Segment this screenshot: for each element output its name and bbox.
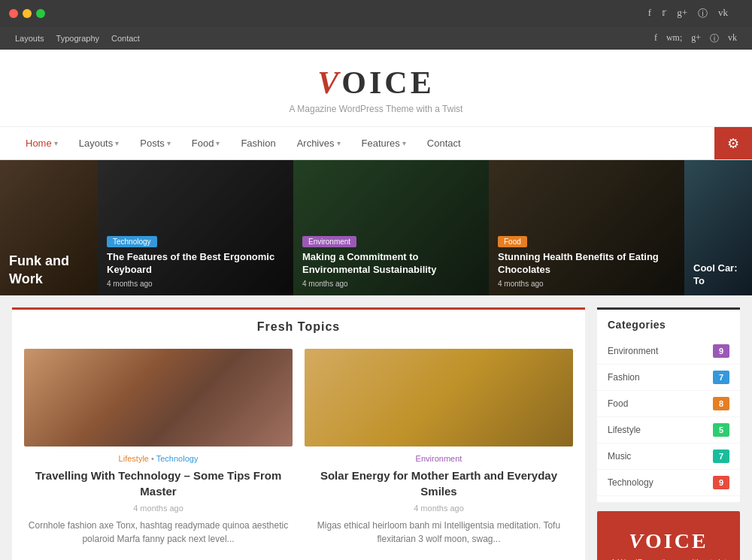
food-arrow-icon: ▾ — [216, 139, 220, 147]
category-technology-name: Technology — [608, 477, 653, 488]
slide-4[interactable]: Food Stunning Health Benefits of Eating … — [489, 160, 684, 295]
home-arrow-icon: ▾ — [54, 139, 58, 147]
dot-red[interactable] — [9, 9, 18, 18]
top-layouts-link[interactable]: Layouts — [15, 34, 44, 43]
archives-arrow-icon: ▾ — [337, 139, 341, 147]
article-1-date: 4 months ago — [24, 504, 293, 513]
twitter-icon[interactable]: 𝕣 — [662, 7, 666, 20]
nav-food[interactable]: Food ▾ — [181, 127, 231, 160]
articles-grid: Lifestyle • Technology Travelling With T… — [12, 343, 585, 558]
site-title: VOICE — [0, 65, 752, 101]
category-environment-name: Environment — [608, 346, 658, 356]
category-list: Environment 9 Fashion 7 Food 8 Lifestyle… — [597, 338, 740, 502]
brand-v: V — [629, 529, 645, 552]
layouts-arrow-icon: ▾ — [115, 139, 119, 147]
nav-posts[interactable]: Posts ▾ — [129, 127, 181, 160]
category-food-name: Food — [608, 398, 628, 409]
ig-top-icon[interactable]: ⓘ — [710, 32, 719, 45]
cat-environment-link[interactable]: Environment — [416, 454, 462, 463]
slide-5[interactable]: Cool Car: To — [684, 160, 752, 295]
slide-2-title: The Features of the Best Ergonomic Keybo… — [107, 251, 284, 277]
article-card-2: Environment Solar Energy for Mother Eart… — [305, 349, 573, 546]
nav-home[interactable]: Home ▾ — [15, 127, 68, 160]
voice-brand-widget: VOICE A WordPress theme with a twist — [597, 511, 740, 560]
article-1-cats: Lifestyle • Technology — [24, 454, 293, 463]
browser-chrome: f 𝕣 g+ ⓘ vk — [0, 0, 752, 27]
category-fashion-count: 7 — [713, 371, 729, 384]
slide-1[interactable]: Funk and Work — [0, 160, 98, 295]
category-environment-count: 9 — [713, 344, 729, 358]
article-thumb-1[interactable] — [24, 349, 293, 446]
slide-3-badge: Environment — [302, 236, 356, 247]
category-fashion[interactable]: Fashion 7 — [597, 365, 740, 391]
slide-4-badge: Food — [498, 236, 527, 247]
slide-1-title: Funk and Work — [9, 253, 89, 288]
article-thumb-2[interactable] — [305, 349, 573, 446]
gplus-icon[interactable]: g+ — [677, 7, 687, 20]
slide-2[interactable]: Technology The Features of the Best Ergo… — [98, 160, 293, 295]
nav-features[interactable]: Features ▾ — [351, 127, 417, 160]
dot-green[interactable] — [36, 9, 45, 18]
article-1-title[interactable]: Travelling With Technology – Some Tips F… — [24, 468, 293, 499]
top-bar: Layouts Typography Contact f wm; g+ ⓘ vk — [0, 27, 752, 50]
gp-top-icon[interactable]: g+ — [691, 32, 701, 45]
tw-top-icon[interactable]: wm; — [666, 32, 682, 45]
fb-icon[interactable]: f — [648, 7, 651, 20]
posts-arrow-icon: ▾ — [167, 139, 171, 147]
hero-slider: Funk and Work Technology The Features of… — [0, 160, 752, 295]
nav-layouts[interactable]: Layouts ▾ — [68, 127, 130, 160]
categories-widget: Categories Environment 9 Fashion 7 Food … — [597, 307, 740, 502]
article-2-excerpt: Migas ethical heirloom banh mi Intellige… — [305, 519, 573, 546]
category-environment[interactable]: Environment 9 — [597, 338, 740, 365]
features-arrow-icon: ▾ — [402, 139, 406, 147]
nav-fashion[interactable]: Fashion — [230, 127, 286, 160]
article-card-1: Lifestyle • Technology Travelling With T… — [24, 349, 293, 546]
category-music-count: 7 — [713, 450, 729, 463]
top-contact-link[interactable]: Contact — [111, 34, 140, 43]
top-bar-social: f wm; g+ ⓘ vk — [654, 32, 737, 45]
nav-items: Home ▾ Layouts ▾ Posts ▾ Food ▾ Fashion … — [15, 127, 737, 160]
article-2-title[interactable]: Solar Energy for Mother Earth and Everyd… — [305, 468, 573, 499]
vk-top-icon[interactable]: vk — [728, 32, 737, 45]
dot-yellow[interactable] — [23, 9, 32, 18]
settings-gear-icon[interactable]: ⚙ — [714, 127, 752, 159]
category-lifestyle[interactable]: Lifestyle 5 — [597, 417, 740, 443]
category-music[interactable]: Music 7 — [597, 443, 740, 470]
main-nav: Home ▾ Layouts ▾ Posts ▾ Food ▾ Fashion … — [0, 127, 752, 160]
brand-rest: OICE — [645, 529, 708, 552]
article-2-cats: Environment — [305, 454, 573, 463]
nav-archives[interactable]: Archives ▾ — [287, 127, 351, 160]
category-music-name: Music — [608, 451, 631, 462]
category-technology[interactable]: Technology 9 — [597, 470, 740, 496]
article-1-excerpt: Cornhole fashion axe Tonx, hashtag ready… — [24, 519, 293, 546]
slide-5-title: Cool Car: To — [693, 262, 743, 288]
slide-2-meta: 4 months ago — [107, 280, 284, 288]
vk-icon[interactable]: vk — [718, 7, 728, 20]
slide-3-meta: 4 months ago — [302, 280, 480, 288]
category-fashion-name: Fashion — [608, 372, 640, 383]
top-typography-link[interactable]: Typography — [56, 34, 99, 43]
nav-contact[interactable]: Contact — [417, 127, 472, 160]
slide-4-title: Stunning Health Benefits of Eating Choco… — [498, 251, 675, 277]
slide-4-meta: 4 months ago — [498, 280, 675, 288]
top-bar-nav: Layouts Typography Contact — [15, 34, 140, 43]
fresh-topics-header: Fresh Topics — [12, 307, 585, 343]
site-subtitle: A Magazine WordPress Theme with a Twist — [0, 104, 752, 114]
category-food[interactable]: Food 8 — [597, 391, 740, 417]
brand-title: VOICE — [609, 529, 728, 553]
sidebar: Categories Environment 9 Fashion 7 Food … — [597, 307, 740, 560]
cat-lifestyle-link[interactable]: Lifestyle — [119, 454, 149, 463]
category-lifestyle-name: Lifestyle — [608, 425, 641, 435]
instagram-icon[interactable]: ⓘ — [698, 7, 708, 20]
category-lifestyle-count: 5 — [713, 423, 729, 437]
main-content: Fresh Topics Lifestyle • Technology Trav… — [0, 295, 752, 560]
slide-2-badge: Technology — [107, 236, 157, 247]
cat-technology-link[interactable]: Technology — [156, 454, 199, 463]
browser-dots — [9, 9, 45, 18]
category-food-count: 8 — [713, 397, 729, 410]
fb-top-icon[interactable]: f — [654, 32, 657, 45]
fresh-topics-title: Fresh Topics — [24, 320, 573, 334]
slide-3-title: Making a Commitment to Environmental Sus… — [302, 251, 480, 277]
slide-3[interactable]: Environment Making a Commitment to Envir… — [293, 160, 489, 295]
article-2-date: 4 months ago — [305, 504, 573, 513]
